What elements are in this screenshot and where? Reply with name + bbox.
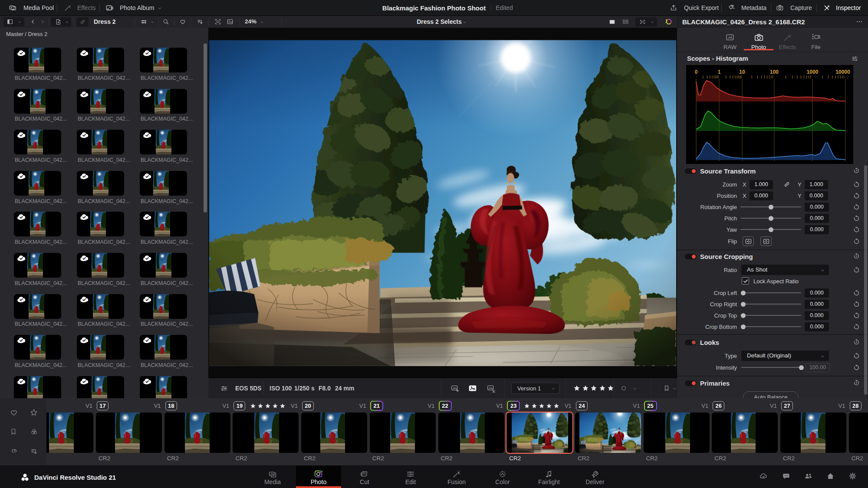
svg-text:1000: 1000 [807, 69, 819, 75]
svg-text:0: 0 [695, 69, 698, 75]
svg-text:1: 1 [718, 69, 721, 75]
svg-text:10: 10 [739, 69, 745, 75]
svg-text:100: 100 [770, 69, 779, 75]
svg-text:10000: 10000 [835, 69, 850, 75]
